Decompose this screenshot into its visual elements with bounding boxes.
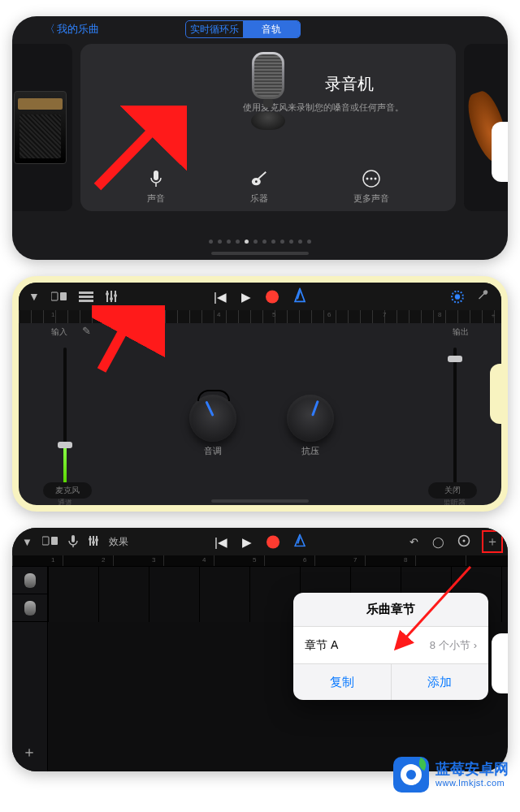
compression-knob-label: 抗压	[287, 445, 334, 457]
seg-tracks[interactable]: 音轨	[243, 21, 300, 37]
recorder-controls-screen: ▼ |◀ ▶ 12345678 ＋ 输入 ✎ 输出	[12, 276, 508, 512]
section-name: 章节 A	[305, 638, 338, 653]
song-sections-popover: 乐曲章节 章节 A 8 个小节 › 复制 添加	[293, 593, 488, 700]
option-instrument[interactable]: 乐器	[250, 170, 268, 205]
metronome-button[interactable]	[294, 534, 306, 550]
metronome-button[interactable]	[293, 288, 306, 305]
prev-instrument-panel[interactable]	[12, 44, 72, 211]
add-section-button[interactable]: ＋	[482, 530, 503, 553]
svg-rect-10	[51, 292, 58, 300]
toolbar: ▼ 效果 |◀ ▶ ↶ ◯ ＋	[12, 528, 508, 555]
svg-point-8	[374, 178, 376, 180]
view-toggle-button[interactable]	[51, 291, 67, 302]
svg-rect-14	[79, 300, 93, 302]
view-toggle-button[interactable]	[42, 535, 58, 549]
undo-button[interactable]: ↶	[410, 536, 418, 548]
more-icon	[362, 170, 380, 188]
input-source-pill[interactable]: 麦克风	[43, 482, 92, 499]
duplicate-button[interactable]: 复制	[293, 664, 392, 700]
svg-point-3	[255, 180, 258, 183]
page-dots	[12, 240, 508, 244]
input-level-slider[interactable]	[63, 348, 67, 484]
record-button[interactable]	[266, 290, 279, 303]
compression-knob[interactable]: 抗压	[287, 395, 334, 442]
option-voice-label: 声音	[147, 192, 165, 205]
panel-subtitle: 使用麦克风来录制您的嗓音或任何声音。	[218, 102, 429, 114]
fx-sliders-button[interactable]	[105, 290, 118, 303]
option-instrument-label: 乐器	[250, 192, 268, 205]
fx-button[interactable]: 效果	[109, 535, 128, 549]
svg-line-4	[258, 172, 266, 179]
mic-track-icon	[24, 601, 36, 615]
track-header[interactable]	[12, 594, 47, 622]
watermark: 蓝莓安卓网 www.lmkjst.com	[393, 757, 509, 793]
dropdown-button[interactable]: ▼	[22, 536, 32, 548]
add-section-button[interactable]: ＋	[490, 311, 496, 320]
option-more-label: 更多声音	[353, 192, 389, 205]
output-level-slider[interactable]	[453, 348, 457, 484]
svg-point-30	[92, 541, 95, 544]
svg-point-18	[110, 297, 113, 300]
popover-title: 乐曲章节	[293, 593, 488, 627]
pitch-knob[interactable]: 音调	[189, 395, 236, 442]
svg-point-35	[463, 539, 466, 542]
mic-icon	[147, 170, 165, 188]
svg-point-32	[95, 538, 98, 542]
section-length: 8 个小节	[430, 638, 470, 653]
device-notch	[492, 122, 508, 182]
track-list-button[interactable]	[79, 291, 93, 302]
tools-button[interactable]	[477, 289, 490, 304]
loop-browser-button[interactable]: ◯	[432, 536, 444, 548]
device-notch	[492, 633, 508, 693]
svg-rect-25	[72, 535, 75, 542]
mode-segmented-control[interactable]: 实时循环乐段 音轨	[185, 20, 301, 38]
instrument-browser-screen: 〈 我的乐曲 实时循环乐段 音轨 录音机 使用麦克风来录制您的嗓音或任何声音。	[12, 16, 508, 260]
watermark-name: 蓝莓安卓网	[436, 762, 509, 778]
section-row[interactable]: 章节 A 8 个小节 ›	[293, 627, 488, 664]
microphone-illustration	[251, 52, 285, 133]
device-notch	[490, 364, 508, 424]
svg-rect-12	[79, 292, 93, 294]
guitar-icon	[250, 170, 268, 188]
edit-icon[interactable]: ✎	[82, 325, 91, 337]
option-more[interactable]: 更多声音	[353, 170, 389, 205]
dropdown-button[interactable]: ▼	[28, 290, 40, 303]
back-button[interactable]: 〈 我的乐曲	[45, 22, 99, 37]
track-headers	[12, 567, 48, 771]
output-label: 输出	[453, 326, 469, 338]
audio-recorder-panel[interactable]: 录音机 使用麦克风来录制您的嗓音或任何声音。 声音 乐器	[80, 44, 456, 211]
home-indicator	[211, 252, 309, 255]
toolbar: ▼ |◀ ▶	[19, 283, 501, 310]
pitch-knob-label: 音调	[189, 445, 236, 457]
add-track-button[interactable]: ＋	[22, 742, 37, 762]
seg-live-loops[interactable]: 实时循环乐段	[186, 21, 243, 37]
chevron-left-icon: 〈	[45, 22, 55, 37]
watermark-url: www.lmkjst.com	[436, 778, 509, 788]
mic-track-icon	[24, 573, 36, 588]
mic-icon[interactable]	[68, 534, 78, 550]
play-button[interactable]: ▶	[242, 534, 252, 549]
channel-sublabel: 通道	[58, 498, 72, 508]
monitor-pill[interactable]: 关闭	[428, 482, 477, 499]
timeline-ruler[interactable]: 12345678	[12, 555, 508, 567]
amp-icon	[14, 91, 67, 164]
svg-point-20	[114, 294, 117, 297]
settings-button[interactable]	[451, 290, 464, 303]
svg-point-6	[366, 178, 368, 180]
settings-button[interactable]	[457, 534, 470, 550]
rewind-button[interactable]: |◀	[214, 534, 228, 549]
svg-point-16	[106, 292, 109, 296]
add-button[interactable]: 添加	[392, 664, 489, 700]
option-voice[interactable]: 声音	[147, 170, 165, 205]
fx-sliders-button[interactable]	[88, 535, 99, 549]
panel-title: 录音机	[309, 73, 390, 95]
record-button[interactable]	[266, 535, 280, 548]
back-label: 我的乐曲	[57, 22, 99, 37]
monitor-sublabel: 监听器	[444, 498, 466, 508]
watermark-logo	[393, 757, 429, 793]
rewind-button[interactable]: |◀	[214, 289, 227, 304]
svg-rect-24	[51, 537, 58, 545]
play-button[interactable]: ▶	[241, 289, 251, 304]
timeline-ruler[interactable]: 12345678 ＋	[19, 310, 501, 323]
track-header[interactable]	[12, 567, 47, 594]
